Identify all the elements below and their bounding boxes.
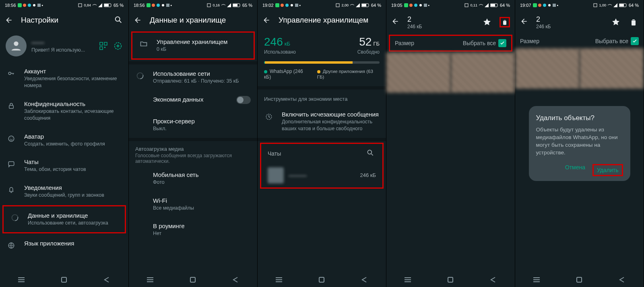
svg-point-3	[33, 4, 35, 6]
chat-avatar	[268, 167, 284, 183]
nav-home-icon[interactable]	[575, 277, 583, 283]
status-right-icons: 0,16	[207, 3, 241, 7]
media-thumb[interactable]	[451, 52, 515, 93]
legend-other: Другие приложения (63 ГБ)	[317, 69, 373, 79]
item-label: Использование сети	[153, 70, 251, 77]
settings-item-privacy[interactable]: КонфиденциальностьЗаблокировать контакты…	[0, 95, 128, 127]
nav-back-icon[interactable]	[361, 277, 369, 283]
svg-point-18	[8, 136, 14, 141]
item-data-saver[interactable]: Экономия данных	[129, 90, 257, 112]
nav-back-icon[interactable]	[232, 277, 240, 283]
svg-point-60	[414, 4, 417, 7]
svg-point-71	[538, 4, 541, 7]
nav-recents-icon[interactable]	[404, 277, 412, 283]
profile-row[interactable]: —— Привет! Я использую...	[0, 30, 128, 62]
status-left-icons: •	[147, 3, 172, 8]
item-disappearing-messages[interactable]: Включить исчезающие сообщенияДополнитель…	[258, 105, 386, 138]
delete-dialog: Удалить объекты? Объекты будут удалены и…	[529, 106, 630, 181]
item-sub: Фото	[153, 179, 251, 186]
svg-point-44	[281, 4, 284, 7]
back-icon[interactable]	[520, 17, 529, 27]
search-icon[interactable]	[366, 149, 376, 158]
item-wifi[interactable]: Wi-FiВсе медиафайлы	[129, 191, 257, 217]
item-network-usage[interactable]: Использование сетиОтправлено: 61 кБ · По…	[129, 64, 257, 90]
nav-home-icon[interactable]	[189, 277, 197, 283]
clock: 19:05	[391, 3, 402, 8]
svg-point-59	[409, 4, 413, 7]
storage-bar	[264, 61, 380, 64]
settings-label: Чаты	[24, 158, 122, 165]
tools-header: Инструменты для экономии места	[258, 89, 386, 105]
sort-label[interactable]: Размер	[520, 38, 539, 44]
settings-item-chats[interactable]: ЧатыТема, обои, история чатов	[0, 153, 128, 179]
settings-item-data-storage[interactable]: Данные и хранилищеИспользование сети, ав…	[2, 205, 126, 233]
media-grid	[515, 48, 644, 89]
add-circle-icon[interactable]	[113, 41, 123, 51]
settings-item-language[interactable]: Язык приложения	[0, 234, 128, 256]
dialog-delete-button[interactable]: Удалить	[592, 164, 623, 176]
select-all-checkbox[interactable]	[498, 39, 506, 47]
settings-sub: Заблокировать контакты, исчезающие сообщ…	[24, 108, 122, 122]
settings-item-notifications[interactable]: УведомленияЗвуки сообщений, групп и звон…	[0, 179, 128, 204]
globe-icon	[6, 241, 16, 250]
svg-point-23	[12, 215, 18, 221]
back-icon[interactable]	[262, 16, 270, 24]
nav-home-icon[interactable]	[60, 277, 68, 283]
search-icon[interactable]	[114, 15, 124, 25]
dialog-cancel-button[interactable]: Отмена	[565, 164, 585, 176]
back-icon[interactable]	[5, 16, 13, 24]
item-sub: Отправлено: 61 кБ · Получено: 35 кБ	[153, 78, 251, 85]
nav-recents-icon[interactable]	[275, 277, 283, 283]
nav-back-icon[interactable]	[489, 277, 497, 283]
nav-back-icon[interactable]	[103, 277, 111, 283]
select-all-label[interactable]: Выбрать все	[595, 38, 628, 44]
status-bar: 18:56 • 0,16 65 %	[129, 0, 257, 10]
nav-recents-icon[interactable]	[17, 277, 25, 283]
media-thumb[interactable]	[515, 48, 580, 89]
svg-rect-75	[594, 4, 597, 7]
select-all-label[interactable]: Выбрать все	[463, 40, 496, 46]
chat-row[interactable]: ——— 246 кБ	[261, 163, 382, 187]
media-thumb[interactable]	[386, 52, 451, 93]
nav-recents-icon[interactable]	[146, 277, 154, 283]
item-proxy[interactable]: Прокси-серверВыкл.	[129, 112, 257, 138]
star-icon[interactable]	[482, 17, 492, 27]
back-icon[interactable]	[134, 16, 142, 24]
nav-home-icon[interactable]	[446, 277, 454, 283]
nav-recents-icon[interactable]	[533, 277, 541, 283]
settings-item-account[interactable]: АккаунтУведомления безопасности, изменен…	[0, 62, 128, 95]
nav-home-icon[interactable]	[318, 277, 326, 283]
select-all-checkbox[interactable]	[631, 37, 639, 45]
media-thumb[interactable]	[580, 48, 644, 89]
screen-manage-storage: 19:02 • 2,00 64 % Управлен	[258, 0, 386, 287]
settings-item-avatar[interactable]: АватарСоздать, изменить, фото профиля	[0, 127, 128, 153]
svg-point-61	[419, 4, 422, 6]
nav-back-icon[interactable]	[618, 277, 626, 283]
item-label: Экономия данных	[153, 96, 228, 103]
used-value: 246	[264, 35, 283, 48]
page-title: Данные и хранилище	[150, 16, 252, 25]
delete-icon[interactable]	[628, 17, 639, 27]
svg-rect-65	[491, 4, 495, 6]
back-icon[interactable]	[391, 17, 400, 27]
item-sub: Дополнительная конфиденциальность ваших …	[282, 119, 380, 132]
item-sub: Нет	[153, 230, 251, 237]
toggle-data-saver[interactable]	[236, 96, 251, 104]
clock: 19:02	[262, 3, 274, 8]
item-mobile-data[interactable]: Мобильная сетьФото	[129, 166, 257, 191]
item-roaming[interactable]: В роумингеНет	[129, 217, 257, 243]
storage-legend: WhatsApp (246 кБ) Другие приложения (63 …	[258, 69, 386, 86]
svg-point-20	[12, 137, 13, 138]
svg-rect-70	[533, 3, 537, 7]
settings-label: Конфиденциальность	[24, 100, 122, 107]
bell-icon	[6, 185, 16, 195]
qr-icon[interactable]	[99, 41, 108, 51]
sort-label[interactable]: Размер	[395, 40, 414, 46]
selection-header: 2 246 кБ	[515, 10, 644, 34]
delete-icon[interactable]	[500, 17, 510, 27]
star-icon[interactable]	[611, 17, 621, 27]
item-manage-storage[interactable]: Управление хранилищем0 кБ	[131, 31, 255, 60]
clock: 18:56	[5, 3, 16, 8]
selection-count: 2	[536, 15, 603, 24]
screen-data-storage: 18:56 • 0,16 65 % Данные и	[129, 0, 258, 287]
